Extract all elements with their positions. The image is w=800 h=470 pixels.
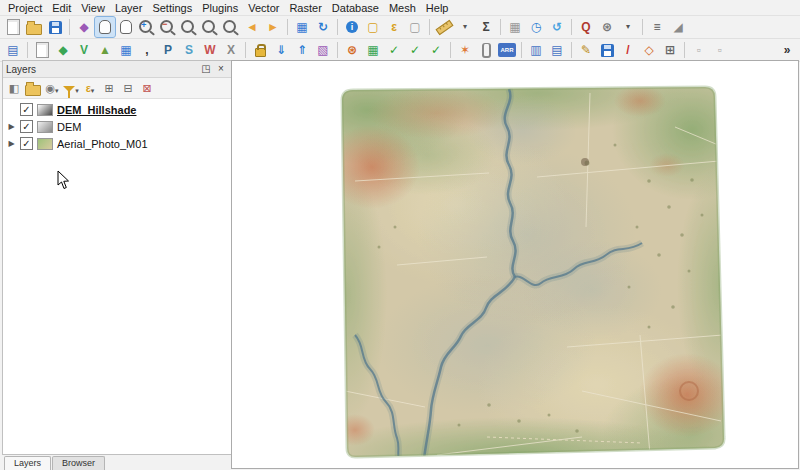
lock-scale-icon[interactable] (250, 40, 270, 60)
georeferencer-icon[interactable]: ◢ (668, 17, 688, 37)
menu-settings[interactable]: Settings (147, 2, 197, 14)
save-project-icon[interactable] (45, 17, 65, 37)
zoom-out-icon[interactable] (158, 17, 178, 37)
style-manager-icon[interactable]: ◆ (74, 17, 94, 37)
menu-vector[interactable]: Vector (243, 2, 284, 14)
menu-project[interactable]: Project (3, 2, 47, 14)
style-management-icon[interactable]: ▧ (313, 40, 333, 60)
expand-all-icon[interactable]: ⊞ (100, 79, 118, 97)
plugin-extra-2-icon[interactable]: ▫ (710, 40, 730, 60)
new-project-icon[interactable] (3, 17, 23, 37)
manage-map-themes-icon[interactable]: ◉▾ (43, 79, 61, 97)
open-attribute-table-icon[interactable]: ▦ (505, 17, 525, 37)
add-mesh-layer-icon[interactable]: ▦ (116, 40, 136, 60)
zoom-to-layer-icon[interactable] (221, 17, 241, 37)
processing-options-icon[interactable]: ⊛ (597, 17, 617, 37)
open-project-icon[interactable] (24, 17, 44, 37)
menu-edit[interactable]: Edit (47, 2, 76, 14)
layer-name[interactable]: DEM (57, 121, 81, 133)
refresh-map-icon[interactable]: ↻ (313, 17, 333, 37)
layer-row[interactable]: ▶✓Aerial_Photo_M01 (3, 135, 231, 152)
new-report-icon[interactable]: ▥ (526, 40, 546, 60)
vertex-tool-icon[interactable]: ◇ (639, 40, 659, 60)
layer-checkbox[interactable]: ✓ (20, 137, 33, 150)
layout-manager-icon[interactable]: ≡ (647, 17, 667, 37)
add-delimited-text-layer-icon[interactable]: , (137, 40, 157, 60)
toolbar-overflow-icon[interactable]: » (777, 40, 797, 60)
collapse-all-icon[interactable]: ⊟ (119, 79, 137, 97)
filter-by-expression-icon[interactable]: ε▾ (81, 79, 99, 97)
grid-tools-icon[interactable]: ▦ (363, 40, 383, 60)
open-data-source-manager-icon[interactable]: ▤ (3, 40, 23, 60)
plugin-extra-1-icon[interactable]: ▫ (689, 40, 709, 60)
layer-checkbox[interactable]: ✓ (20, 103, 33, 116)
deselect-features-icon[interactable]: ▢ (405, 17, 425, 37)
open-layer-styling-icon[interactable]: ◧ (5, 79, 23, 97)
tab-layers[interactable]: Layers (4, 456, 51, 470)
temporal-controller-icon[interactable]: ◷ (526, 17, 546, 37)
export-data-icon[interactable]: ⇑ (292, 40, 312, 60)
zoom-in-icon[interactable] (137, 17, 157, 37)
remove-layer-icon[interactable]: ⊠ (138, 79, 156, 97)
digitize-with-segment-icon[interactable]: / (618, 40, 638, 60)
topology-checker-icon[interactable]: ✓ (426, 40, 446, 60)
identify-features-icon[interactable]: i (342, 17, 362, 37)
menu-help[interactable]: Help (421, 2, 454, 14)
add-vector-layer-icon[interactable]: V (74, 40, 94, 60)
add-postgis-layer-icon[interactable]: P (158, 40, 178, 60)
processing-toolbox-icon[interactable]: ⊛ (342, 40, 362, 60)
tab-browser[interactable]: Browser (52, 456, 105, 470)
add-group-icon[interactable] (24, 79, 42, 97)
menu-mesh[interactable]: Mesh (384, 2, 421, 14)
new-geopackage-layer-icon[interactable]: ◆ (53, 40, 73, 60)
statistical-summary-icon[interactable]: Σ (476, 17, 496, 37)
layer-name[interactable]: Aerial_Photo_M01 (57, 138, 148, 150)
close-panel-icon[interactable]: × (214, 62, 228, 76)
select-features-icon[interactable]: ▢ (363, 17, 383, 37)
settings-dropdown[interactable]: ▾ (618, 17, 638, 37)
zoom-to-selection-icon[interactable] (200, 17, 220, 37)
menu-plugins[interactable]: Plugins (197, 2, 243, 14)
add-raster-layer-icon[interactable]: ▲ (95, 40, 115, 60)
menu-raster[interactable]: Raster (284, 2, 326, 14)
layer-row[interactable]: ▶✓DEM (3, 118, 231, 135)
measure-dropdown[interactable]: ▾ (455, 17, 475, 37)
measure-line-icon[interactable] (434, 17, 454, 37)
pan-map-icon[interactable] (95, 17, 115, 37)
check-geometries-icon[interactable]: ✓ (384, 40, 404, 60)
float-panel-icon[interactable]: ◳ (199, 62, 213, 76)
menu-layer[interactable]: Layer (110, 2, 148, 14)
zoom-last-icon[interactable]: ◄ (242, 17, 262, 37)
expand-arrow-icon[interactable]: ▶ (7, 122, 16, 131)
add-spatialite-layer-icon[interactable]: S (179, 40, 199, 60)
layer-name[interactable]: DEM_Hillshade (57, 104, 136, 116)
osm-place-search-icon[interactable]: Q (576, 17, 596, 37)
plugin-paw-icon[interactable]: ✶ (455, 40, 475, 60)
expand-arrow-icon[interactable]: ▶ (7, 139, 16, 148)
new-map-view-icon[interactable]: ▦ (292, 17, 312, 37)
layer-row[interactable]: ✓DEM_Hillshade (3, 101, 231, 118)
menu-database[interactable]: Database (327, 2, 384, 14)
arr-plugin-icon[interactable]: ARR (497, 40, 517, 60)
save-layer-edits-icon[interactable] (597, 40, 617, 60)
map-canvas[interactable] (231, 60, 799, 469)
attachments-icon[interactable] (476, 40, 496, 60)
select-by-expression-icon[interactable]: ε (384, 17, 404, 37)
field-calculator-icon[interactable]: ⊞ (660, 40, 680, 60)
check-validity-icon[interactable]: ✓ (405, 40, 425, 60)
toggle-editing-icon[interactable]: ✎ (576, 40, 596, 60)
pan-to-selection-icon[interactable] (116, 17, 136, 37)
toolbar-separator (337, 19, 338, 35)
map-layout-icon[interactable]: ▤ (547, 40, 567, 60)
refresh-layers-icon[interactable]: ↺ (547, 17, 567, 37)
filter-legend-icon[interactable]: ▾ (62, 79, 80, 97)
add-wms-layer-icon[interactable]: W (200, 40, 220, 60)
zoom-full-extent-icon[interactable] (179, 17, 199, 37)
layer-checkbox[interactable]: ✓ (20, 120, 33, 133)
zoom-next-icon[interactable]: ► (263, 17, 283, 37)
import-data-icon[interactable]: ⇓ (271, 40, 291, 60)
menu-view[interactable]: View (76, 2, 110, 14)
add-xyz-layer-icon[interactable]: X (221, 40, 241, 60)
layers-panel-header: Layers ◳× (3, 61, 231, 78)
new-shapefile-layer-icon[interactable] (32, 40, 52, 60)
